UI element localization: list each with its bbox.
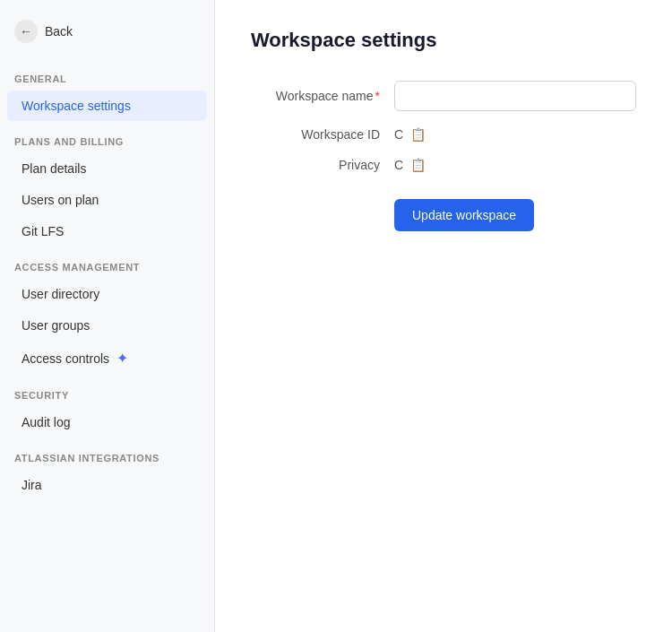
sidebar-item-audit-log[interactable]: Audit log [7, 407, 207, 437]
back-label: Back [45, 24, 73, 39]
privacy-row: Privacy C 📋 [251, 158, 636, 172]
workspace-id-value: C 📋 [394, 127, 636, 142]
sidebar-item-label: Git LFS [22, 224, 64, 238]
workspace-id-label: Workspace ID [251, 127, 394, 142]
section-label-access-management: Access management [0, 247, 214, 278]
sidebar: ← Back General Workspace settings Plans … [0, 0, 215, 632]
back-button[interactable]: ← Back [0, 11, 214, 52]
sidebar-item-jira[interactable]: Jira [7, 470, 207, 500]
privacy-value: C 📋 [394, 158, 636, 172]
sidebar-item-workspace-settings[interactable]: Workspace settings [7, 91, 207, 121]
sidebar-item-label: Jira [22, 478, 42, 492]
sidebar-item-label: Audit log [22, 415, 70, 429]
workspace-settings-form: Workspace name* Workspace ID C 📋 Privacy… [251, 81, 636, 231]
sidebar-item-user-directory[interactable]: User directory [7, 279, 207, 309]
sidebar-item-access-controls[interactable]: Access controls ✦ [7, 342, 207, 375]
workspace-id-row: Workspace ID C 📋 [251, 127, 636, 142]
section-label-general: General [0, 59, 214, 90]
privacy-label: Privacy [251, 158, 394, 172]
workspace-name-input[interactable] [394, 81, 636, 111]
sidebar-item-label: User directory [22, 287, 99, 301]
section-label-plans-billing: Plans and billing [0, 122, 214, 152]
back-arrow-icon: ← [14, 20, 38, 43]
section-label-security: Security [0, 376, 214, 406]
required-star: * [375, 89, 380, 103]
main-content: Workspace settings Workspace name* Works… [215, 0, 672, 632]
sidebar-item-user-groups[interactable]: User groups [7, 310, 207, 341]
sidebar-item-label: User groups [22, 318, 90, 333]
sidebar-item-users-on-plan[interactable]: Users on plan [7, 185, 207, 215]
section-label-atlassian-integrations: Atlassian integrations [0, 438, 214, 469]
sparkle-icon: ✦ [116, 350, 128, 367]
update-workspace-button[interactable]: Update workspace [394, 199, 534, 231]
sidebar-item-label: Users on plan [22, 193, 99, 207]
copy-icon[interactable]: 📋 [410, 127, 426, 142]
sidebar-item-label: Access controls [22, 351, 109, 366]
sidebar-item-label: Workspace settings [22, 99, 131, 113]
workspace-name-row: Workspace name* [251, 81, 636, 111]
sidebar-item-git-lfs[interactable]: Git LFS [7, 216, 207, 247]
privacy-edit-icon[interactable]: 📋 [410, 158, 426, 172]
workspace-name-label: Workspace name* [251, 89, 394, 103]
page-title: Workspace settings [251, 29, 636, 52]
sidebar-item-plan-details[interactable]: Plan details [7, 153, 207, 184]
sidebar-item-label: Plan details [22, 161, 86, 176]
